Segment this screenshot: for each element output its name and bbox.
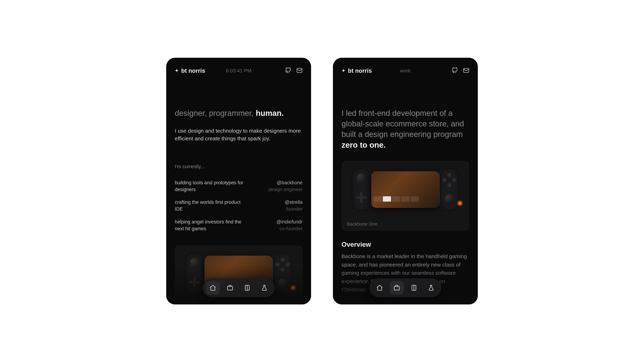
dock-notebook-button[interactable] xyxy=(240,281,254,295)
role-desc: building tools and prototypes for design… xyxy=(175,179,246,193)
svg-rect-1 xyxy=(228,286,233,290)
github-icon[interactable] xyxy=(285,67,291,74)
brand-name: bt norris xyxy=(181,67,205,74)
github-icon[interactable] xyxy=(452,67,458,74)
hero: designer, programmer, human. xyxy=(175,108,302,118)
brand[interactable]: ✦ bt norris xyxy=(175,67,205,74)
header: ✦ bt norris 6:03:41 PM xyxy=(166,58,311,77)
brand[interactable]: ✦ bt norris xyxy=(342,67,372,74)
hero-bold: zero to one. xyxy=(342,140,386,149)
feature-image[interactable]: Backbone One xyxy=(342,161,469,231)
dock xyxy=(370,278,441,297)
header: ✦ bt norris work xyxy=(333,58,478,77)
role-item[interactable]: building tools and prototypes for design… xyxy=(175,179,302,193)
role-title: design engineer xyxy=(268,186,302,193)
role-item[interactable]: helping angel investors find the next hi… xyxy=(175,219,302,232)
role-org: @strella xyxy=(285,199,302,206)
dock-home-button[interactable] xyxy=(206,281,220,295)
mail-icon[interactable] xyxy=(463,67,469,74)
hero: I led front-end development of a global-… xyxy=(342,108,469,150)
role-item[interactable]: crafting the worlds first product IDE @s… xyxy=(175,199,302,213)
dock-work-button[interactable] xyxy=(223,281,237,295)
phone-home: ✦ bt norris 6:03:41 PM designer, program… xyxy=(166,58,311,305)
header-icons xyxy=(452,67,469,74)
mail-icon[interactable] xyxy=(296,67,302,74)
phone-work: ✦ bt norris work I led front-end develop… xyxy=(333,58,478,305)
header-icons xyxy=(285,67,302,74)
role-desc: crafting the worlds first product IDE xyxy=(175,199,246,213)
role-list: building tools and prototypes for design… xyxy=(175,179,302,232)
dock-home-button[interactable] xyxy=(373,281,386,295)
role-org: @indiefundr xyxy=(276,219,302,225)
overview-heading: Overview xyxy=(342,241,469,248)
page-label: work xyxy=(400,68,410,74)
role-meta: @indiefundr co-founder xyxy=(276,219,302,232)
content-work: I led front-end development of a global-… xyxy=(333,77,478,305)
dock xyxy=(203,278,274,297)
svg-rect-4 xyxy=(394,286,400,290)
dock-notebook-button[interactable] xyxy=(407,281,421,295)
dock-work-button[interactable] xyxy=(390,281,404,295)
content-home: designer, programmer, human. I use desig… xyxy=(166,77,311,303)
record-icon xyxy=(458,201,462,205)
role-title: co-founder xyxy=(276,225,302,232)
hero-prefix: I led front-end development of a global-… xyxy=(342,109,464,139)
hero-prefix: designer, programmer, xyxy=(175,109,256,117)
overview-paragraph: I joined Backbone as the 2nd engineer on… xyxy=(342,301,469,305)
hero-bold: human. xyxy=(256,109,284,117)
dock-lab-button[interactable] xyxy=(258,281,271,295)
role-title: founder xyxy=(285,206,302,213)
dock-lab-button[interactable] xyxy=(424,281,438,295)
role-meta: @backbone design engineer xyxy=(268,179,302,193)
brand-name: bt norris xyxy=(348,67,372,74)
record-icon xyxy=(291,286,295,290)
currently-label: I'm currently... xyxy=(175,164,302,169)
controller-illustration xyxy=(348,168,462,211)
hero-subtext: I use design and technology to make desi… xyxy=(175,127,302,142)
image-caption: Backbone One xyxy=(342,218,469,231)
role-desc: helping angel investors find the next hi… xyxy=(175,219,246,232)
role-org: @backbone xyxy=(268,179,302,186)
role-meta: @strella founder xyxy=(285,199,302,213)
clock: 6:03:41 PM xyxy=(226,68,251,74)
sparkle-icon: ✦ xyxy=(342,68,346,73)
sparkle-icon: ✦ xyxy=(175,68,179,73)
